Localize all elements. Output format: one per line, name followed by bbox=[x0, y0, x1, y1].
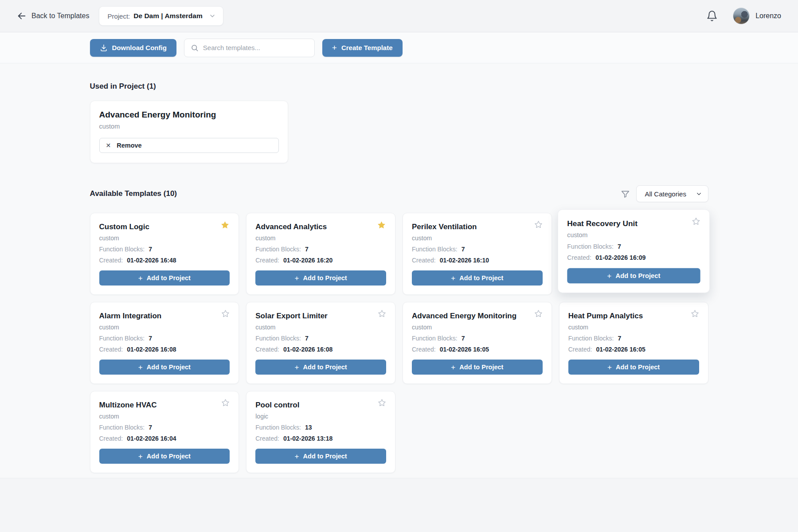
template-category: custom bbox=[255, 235, 386, 242]
add-to-project-button[interactable]: + Add to Project bbox=[99, 449, 230, 464]
function-blocks-value: 7 bbox=[618, 335, 621, 342]
search-input[interactable] bbox=[203, 44, 308, 51]
add-to-project-button[interactable]: + Add to Project bbox=[568, 360, 699, 375]
user-menu[interactable]: Lorenzo bbox=[733, 8, 781, 24]
function-blocks-value: 7 bbox=[305, 335, 309, 342]
category-filter-select[interactable]: All Categories bbox=[636, 185, 708, 202]
star-icon[interactable] bbox=[692, 217, 700, 226]
star-icon[interactable] bbox=[534, 309, 543, 318]
created-label: Created: bbox=[255, 346, 279, 353]
add-to-project-label: Add to Project bbox=[615, 272, 660, 279]
function-blocks-label: Function Blocks: bbox=[255, 246, 301, 253]
plus-icon: + bbox=[607, 364, 612, 371]
project-name: De Dam | Amsterdam bbox=[133, 12, 202, 20]
template-title: Heat Pump Analytics bbox=[568, 310, 643, 321]
template-category: custom bbox=[99, 324, 230, 331]
add-to-project-label: Add to Project bbox=[616, 364, 660, 371]
toolbar: Download Config + Create Template bbox=[0, 32, 798, 63]
star-icon[interactable] bbox=[378, 309, 386, 318]
add-to-project-button[interactable]: + Add to Project bbox=[255, 360, 386, 375]
template-card: Heat Recovery Unit custom Function Block… bbox=[558, 209, 710, 293]
add-to-project-button[interactable]: + Add to Project bbox=[255, 449, 386, 464]
created-label: Created: bbox=[255, 435, 279, 442]
add-to-project-button[interactable]: + Add to Project bbox=[99, 360, 230, 375]
template-category: custom bbox=[412, 324, 543, 331]
star-icon[interactable] bbox=[534, 220, 543, 229]
star-icon[interactable] bbox=[221, 309, 230, 318]
template-category: logic bbox=[255, 413, 386, 420]
created-value: 01-02-2026 16:48 bbox=[127, 257, 176, 264]
star-icon[interactable] bbox=[377, 220, 386, 230]
add-to-project-button[interactable]: + Add to Project bbox=[412, 270, 543, 286]
created-label: Created: bbox=[99, 257, 123, 264]
created-value: 01-02-2026 16:04 bbox=[127, 435, 176, 442]
plus-icon: + bbox=[451, 274, 455, 282]
function-blocks-label: Function Blocks: bbox=[412, 246, 458, 253]
star-icon[interactable] bbox=[691, 309, 699, 318]
created-value: 01-02-2026 16:20 bbox=[283, 257, 332, 264]
plus-icon: + bbox=[295, 364, 299, 371]
template-title: Heat Recovery Unit bbox=[567, 218, 638, 228]
used-template-category: custom bbox=[99, 123, 279, 130]
download-config-button[interactable]: Download Config bbox=[90, 39, 176, 57]
template-title: Multizone HVAC bbox=[99, 399, 157, 410]
remove-button[interactable]: ✕ Remove bbox=[99, 138, 279, 153]
top-bar: Back to Templates Project: De Dam | Amst… bbox=[0, 0, 798, 32]
plus-icon: + bbox=[295, 453, 299, 460]
plus-icon: + bbox=[607, 272, 611, 279]
add-to-project-label: Add to Project bbox=[303, 453, 347, 460]
function-blocks-value: 7 bbox=[618, 243, 621, 250]
back-to-templates-link[interactable]: Back to Templates bbox=[17, 11, 89, 21]
avatar bbox=[733, 8, 750, 24]
created-value: 01-02-2026 16:05 bbox=[596, 346, 645, 353]
template-category: custom bbox=[412, 235, 543, 242]
chevron-down-icon bbox=[696, 191, 702, 197]
add-to-project-button[interactable]: + Add to Project bbox=[99, 270, 230, 286]
created-value: 01-02-2026 16:09 bbox=[595, 254, 645, 261]
notifications-bell-icon[interactable] bbox=[706, 10, 718, 22]
available-templates-heading: Available Templates (10) bbox=[90, 189, 177, 198]
function-blocks-label: Function Blocks: bbox=[99, 335, 145, 342]
add-to-project-button[interactable]: + Add to Project bbox=[255, 270, 386, 286]
project-selector[interactable]: Project: De Dam | Amsterdam bbox=[99, 6, 223, 26]
star-icon[interactable] bbox=[378, 399, 386, 407]
template-card: Pool control logic Function Blocks: 13 C… bbox=[246, 391, 395, 473]
template-card: Advanced Energy Monitoring custom Functi… bbox=[403, 302, 552, 384]
add-to-project-label: Add to Project bbox=[303, 274, 347, 282]
function-blocks-label: Function Blocks: bbox=[567, 243, 614, 250]
template-title: Custom Logic bbox=[99, 221, 149, 231]
main-content: Used in Project (1) Advanced Energy Moni… bbox=[90, 63, 708, 473]
star-icon[interactable] bbox=[221, 399, 230, 407]
filter-funnel-icon[interactable] bbox=[621, 189, 630, 199]
create-template-button[interactable]: + Create Template bbox=[322, 39, 403, 57]
function-blocks-value: 7 bbox=[149, 424, 152, 431]
add-to-project-label: Add to Project bbox=[459, 364, 503, 371]
created-value: 01-02-2026 13:18 bbox=[283, 435, 332, 442]
created-label: Created: bbox=[412, 346, 436, 353]
back-to-templates-label: Back to Templates bbox=[31, 12, 89, 20]
template-title: Perilex Ventilation bbox=[412, 221, 477, 231]
plus-icon: + bbox=[295, 274, 299, 282]
user-name: Lorenzo bbox=[755, 12, 781, 20]
function-blocks-value: 7 bbox=[305, 246, 309, 253]
add-to-project-label: Add to Project bbox=[459, 274, 503, 282]
created-value: 01-02-2026 16:05 bbox=[440, 346, 489, 353]
remove-label: Remove bbox=[117, 142, 141, 149]
template-card: Perilex Ventilation custom Function Bloc… bbox=[403, 213, 552, 295]
plus-icon: + bbox=[332, 43, 337, 52]
star-icon[interactable] bbox=[220, 220, 230, 230]
function-blocks-label: Function Blocks: bbox=[568, 335, 614, 342]
search-icon bbox=[191, 44, 199, 52]
function-blocks-value: 13 bbox=[305, 424, 312, 431]
created-value: 01-02-2026 16:08 bbox=[283, 346, 332, 353]
template-card: Advanced Analytics custom Function Block… bbox=[246, 213, 395, 295]
created-value: 01-02-2026 16:08 bbox=[127, 346, 176, 353]
template-title: Alarm Integration bbox=[99, 310, 162, 321]
template-category: custom bbox=[255, 324, 386, 331]
chevron-down-icon bbox=[206, 12, 216, 20]
used-template-card: Advanced Energy Monitoring custom ✕ Remo… bbox=[90, 101, 288, 163]
add-to-project-button[interactable]: + Add to Project bbox=[567, 268, 700, 284]
add-to-project-button[interactable]: + Add to Project bbox=[412, 360, 543, 375]
created-label: Created: bbox=[568, 346, 592, 353]
used-template-title: Advanced Energy Monitoring bbox=[99, 110, 279, 120]
